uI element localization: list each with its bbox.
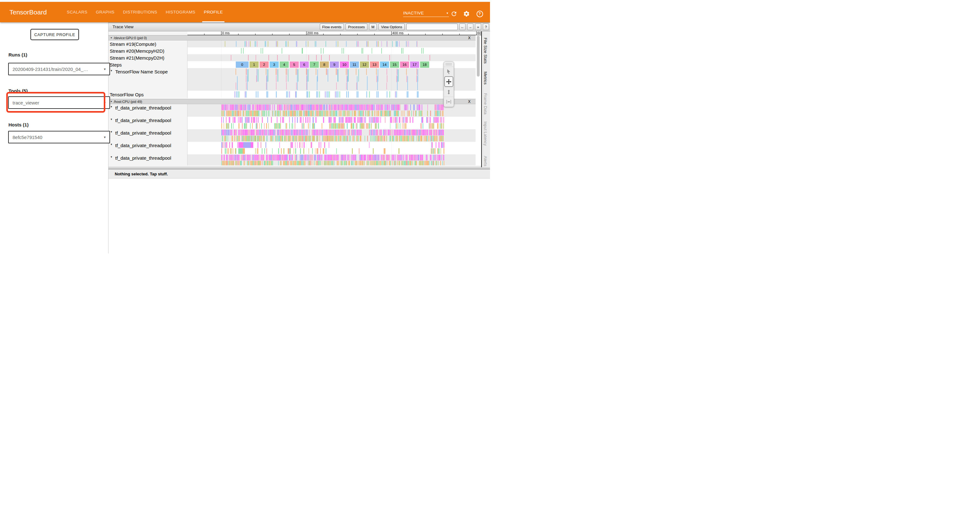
pan-tool-button[interactable]	[444, 76, 453, 87]
hosts-value: 8efc5e791540	[13, 135, 101, 140]
analysis-tab-metrics[interactable]: Metrics	[483, 72, 487, 85]
track-trace-stream-20[interactable]	[188, 47, 476, 54]
track-label-threadpool-1: ▾tf_data_private_threadpool	[108, 104, 188, 117]
toolbar-input[interactable]	[406, 24, 458, 30]
step-block[interactable]: 18	[420, 62, 429, 68]
step-block[interactable]: 17	[410, 62, 419, 68]
step-block[interactable]: 15	[390, 62, 399, 68]
track-row-stream-20: Stream #20(MemcpyH2D)	[108, 47, 476, 54]
track-label-text: tf_data_private_threadpool	[115, 143, 171, 148]
close-section-button[interactable]: X	[468, 99, 471, 104]
nav-more-button[interactable]: »	[475, 24, 481, 30]
trace-canvas-threadpool-2[interactable]	[188, 117, 476, 129]
track-label-stream-21: Stream #21(MemcpyD2H)	[108, 54, 188, 61]
trace-rows: ▾/device:GPU:0 (pid 0)XStream #19(Comput…	[108, 35, 482, 165]
tools-select[interactable]: trace_viewer ▾	[8, 96, 110, 109]
trace-canvas-threadpool-5[interactable]	[188, 155, 476, 165]
trace-view-title: Trace View	[113, 22, 134, 31]
nav-right-button[interactable]: →	[467, 24, 473, 30]
step-block[interactable]: 4	[280, 62, 289, 68]
step-block[interactable]: 8	[320, 62, 329, 68]
chevron-down-icon: ▾	[104, 135, 106, 139]
trace-canvas-threadpool-3[interactable]	[188, 129, 476, 142]
analysis-tab-input-latency[interactable]: Input Latency	[483, 121, 487, 146]
flow-events-button[interactable]: Flow events	[320, 24, 344, 30]
chevron-down-icon: ▾	[111, 105, 112, 108]
trace-canvas-stream-20[interactable]	[188, 47, 476, 54]
zoom-tool-button[interactable]	[444, 87, 453, 97]
refresh-icon[interactable]	[450, 10, 457, 17]
pan-icon	[446, 79, 452, 85]
track-row-threadpool-5: ▾tf_data_private_threadpool	[108, 155, 476, 165]
timing-tool-button[interactable]	[444, 97, 453, 106]
close-section-button[interactable]: X	[468, 35, 471, 40]
track-label-steps: Steps	[108, 61, 188, 68]
analysis-tabstrip: File Size StatsMetricsFrame DataInput La…	[482, 31, 490, 167]
trace-canvas-tf-ops[interactable]	[188, 91, 476, 98]
section-header-cpu[interactable]: ▾/host:CPU (pid 49)X	[108, 99, 476, 104]
hosts-select[interactable]: 8efc5e791540 ▾	[8, 131, 110, 143]
view-options-button[interactable]: View Options	[379, 24, 405, 30]
step-block[interactable]: 3	[270, 62, 279, 68]
step-block[interactable]: 16	[400, 62, 409, 68]
track-trace-stream-21[interactable]	[188, 54, 476, 61]
analysis-tab-frame-data[interactable]: Frame Data	[483, 93, 487, 115]
nav-left-button[interactable]: ←	[459, 24, 466, 30]
track-label-text: tf_data_private_threadpool	[115, 130, 171, 136]
top-navbar: TensorBoard SCALARSGRAPHSDISTRIBUTIONSHI…	[0, 2, 490, 22]
capture-profile-button[interactable]: CAPTURE PROFILE	[30, 29, 79, 40]
help-icon[interactable]: ?	[476, 10, 483, 17]
step-block[interactable]: 12	[360, 62, 369, 68]
ruler-spacer	[108, 31, 188, 35]
track-trace-threadpool-5[interactable]	[188, 155, 476, 165]
track-trace-tf-ops[interactable]	[188, 91, 476, 98]
trace-canvas-stream-21[interactable]	[188, 54, 476, 61]
track-trace-threadpool-1[interactable]	[188, 104, 476, 117]
vertical-scrollbar-thumb[interactable]	[477, 36, 480, 77]
step-block[interactable]: 5	[290, 62, 299, 68]
step-block[interactable]: 7	[310, 62, 319, 68]
chevron-down-icon: ▾	[111, 100, 112, 103]
track-trace-threadpool-4[interactable]	[188, 142, 476, 155]
step-block[interactable]: 6	[300, 62, 309, 68]
step-block[interactable]: 0	[236, 62, 248, 68]
track-trace-tf-name-scope[interactable]	[188, 68, 476, 91]
section-header-gpu[interactable]: ▾/device:GPU:0 (pid 0)X	[108, 35, 476, 40]
step-block[interactable]: 14	[380, 62, 389, 68]
tool-panel-grip[interactable]	[445, 63, 452, 66]
horizontal-scroll-strip[interactable]	[108, 165, 490, 169]
chevron-down-icon: ▾	[446, 11, 448, 15]
runs-select[interactable]: 20200409-231431/train/2020_04_… ▾	[8, 63, 110, 75]
step-block[interactable]: 11	[350, 62, 359, 68]
trace-help-button[interactable]: ?	[483, 24, 489, 30]
status-dropdown[interactable]: INACTIVE ▾	[403, 10, 449, 17]
tab-distributions[interactable]: DISTRIBUTIONS	[123, 2, 157, 22]
select-tool-button[interactable]	[444, 67, 453, 76]
track-trace-steps[interactable]: 0123456789101112131415161718	[188, 61, 476, 68]
trace-canvas-tf-name-scope[interactable]	[188, 68, 476, 91]
tab-graphs[interactable]: GRAPHS	[96, 2, 115, 22]
tab-scalars[interactable]: SCALARS	[67, 2, 88, 22]
track-row-stream-19: Stream #19(Compute)	[108, 40, 476, 47]
trace-canvas-stream-19[interactable]	[188, 40, 476, 47]
step-block[interactable]: 13	[370, 62, 379, 68]
step-block[interactable]: 2	[259, 62, 269, 68]
step-block[interactable]: 10	[340, 62, 349, 68]
section-title: /host:CPU (pid 49)	[114, 100, 142, 104]
settings-gear-icon[interactable]	[463, 10, 470, 17]
step-block[interactable]: 1	[250, 62, 259, 68]
step-block[interactable]: 9	[330, 62, 339, 68]
processes-button[interactable]: Processes	[345, 24, 368, 30]
metadata-button[interactable]: M	[369, 24, 377, 30]
track-trace-stream-19[interactable]	[188, 40, 476, 47]
analysis-tab-alerts[interactable]: Alerts	[483, 156, 487, 166]
profile-sidebar: CAPTURE PROFILE Runs (1) 20200409-231431…	[0, 22, 108, 254]
tab-histograms[interactable]: HISTOGRAMS	[166, 2, 196, 22]
trace-canvas-threadpool-1[interactable]	[188, 104, 476, 117]
tensorboard-profile-page: TensorBoard SCALARSGRAPHSDISTRIBUTIONSHI…	[0, 0, 490, 254]
track-trace-threadpool-2[interactable]	[188, 117, 476, 129]
track-trace-threadpool-3[interactable]	[188, 129, 476, 142]
analysis-tab-file-size-stats[interactable]: File Size Stats	[483, 38, 487, 64]
tab-profile[interactable]: PROFILE	[204, 2, 223, 22]
trace-canvas-threadpool-4[interactable]	[188, 142, 476, 155]
